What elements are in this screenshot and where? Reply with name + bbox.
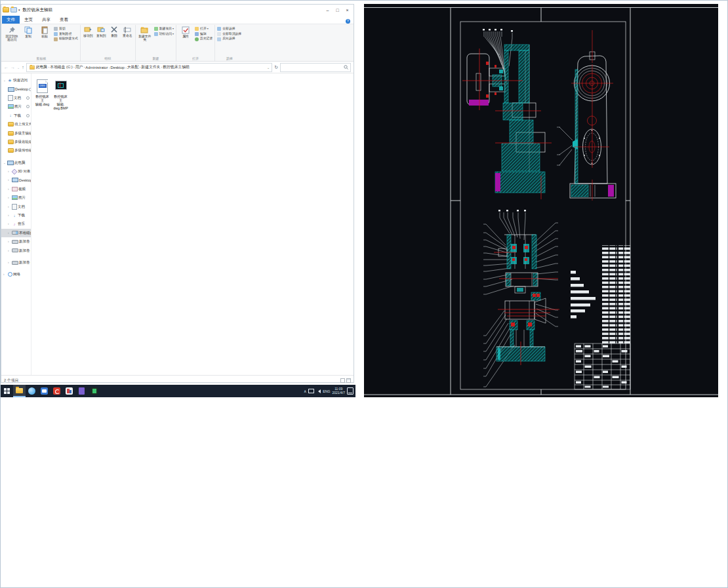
cut-button[interactable]: 剪切 <box>54 27 78 31</box>
display-icon[interactable] <box>308 389 314 393</box>
close-button[interactable]: × <box>342 8 352 12</box>
easy-access-button[interactable]: 轻松访问 <box>154 32 174 36</box>
breadcrumb-segment[interactable]: 新建文件夹 <box>141 64 162 70</box>
tab-home[interactable]: 主页 <box>20 16 37 24</box>
breadcrumb-segment[interactable]: Desktop <box>111 66 127 69</box>
copy-to-button[interactable]: 复制到 <box>96 25 107 37</box>
taskbar-browser[interactable] <box>26 385 38 397</box>
delete-button[interactable]: 删除 <box>109 25 120 37</box>
file-dwg[interactable]: DWG 数控铣床主轴箱.dwg <box>34 77 51 106</box>
sidebar-item-folder[interactable]: 多级传动箱 <box>1 146 31 155</box>
forward-button[interactable]: → <box>10 65 15 69</box>
breadcrumb-segment[interactable]: 用户 <box>75 64 85 70</box>
chevron-right-icon[interactable]: › <box>8 222 11 225</box>
chevron-right-icon[interactable]: › <box>8 187 11 191</box>
invert-selection-button[interactable]: 反向选择 <box>217 37 241 41</box>
sidebar-item-volume-e[interactable]: ›新加卷 (E:) <box>1 246 31 254</box>
open-button[interactable]: 打开 <box>195 27 212 31</box>
sidebar-item-desktop[interactable]: Desktop <box>1 85 31 93</box>
chevron-right-icon[interactable]: › <box>8 196 11 199</box>
up-button[interactable]: ↑ <box>22 65 24 69</box>
taskbar-white-app[interactable] <box>63 385 75 397</box>
sidebar-item-3d-objects[interactable]: ›3D 对象 <box>1 167 31 176</box>
sidebar-item-volume-f[interactable]: ›新加卷 (F:) <box>1 258 31 267</box>
select-none-button[interactable]: 全部取消选择 <box>217 32 241 36</box>
chevron-down-icon[interactable]: ⌄ <box>3 161 7 165</box>
select-all-button[interactable]: 全部选择 <box>217 27 241 31</box>
breadcrumb-segment[interactable]: 大装配 <box>127 64 140 70</box>
action-center-icon[interactable] <box>347 387 354 395</box>
sidebar-item-pictures[interactable]: 图片 <box>1 102 31 111</box>
taskbar-red-app[interactable] <box>51 385 63 397</box>
sidebar-item-downloads[interactable]: ↓下载 <box>1 111 31 120</box>
taskbar-green-app[interactable] <box>88 385 100 397</box>
chevron-right-icon[interactable]: › <box>8 240 11 243</box>
move-to-button[interactable]: 移动到 <box>83 25 94 37</box>
chevron-right-icon[interactable]: › <box>8 231 11 235</box>
chevron-right-icon[interactable]: › <box>8 178 11 182</box>
sidebar-item-downloads-pc[interactable]: ›↓下载 <box>1 211 31 220</box>
history-button[interactable]: 历史记录 <box>195 37 212 41</box>
file-bmp[interactable]: 数控铣床主轴箱.dwg.BMP <box>52 77 69 110</box>
sidebar-item-folder[interactable]: 多级齿轮箱 <box>1 138 31 146</box>
copy-path-button[interactable]: 复制路径 <box>54 32 78 36</box>
qat-dropdown-icon[interactable]: ▾ <box>18 8 20 12</box>
sidebar-item-volume-d[interactable]: ›新加卷 (D:) <box>1 237 31 246</box>
breadcrumb-segment-current[interactable]: 数控铣床主轴箱 <box>163 64 190 70</box>
copy-button[interactable]: 复制 <box>21 25 35 38</box>
chevron-right-icon[interactable]: › <box>8 261 11 264</box>
taskbar-office-app[interactable] <box>38 385 51 397</box>
sidebar-item-desktop-pc[interactable]: ›Desktop <box>1 176 31 184</box>
chevron-right-icon[interactable]: › <box>8 249 11 252</box>
breadcrumb-segment[interactable]: 此电脑 <box>36 64 49 70</box>
breadcrumb[interactable]: 此电脑 本地磁盘 (C:) 用户 Administrator Desktop 大… <box>26 63 272 72</box>
maximize-button[interactable]: □ <box>333 8 342 12</box>
chevron-right-icon[interactable]: › <box>3 273 7 276</box>
sidebar-item-pictures-pc[interactable]: ›图片 <box>1 193 31 202</box>
sidebar-group-network[interactable]: ›网络 <box>1 270 31 279</box>
clock[interactable]: 11:09 2021/4/7 <box>333 387 345 395</box>
new-folder-button[interactable]: 新建文件夹 <box>138 25 152 42</box>
taskbar-file-explorer[interactable] <box>13 385 26 397</box>
sidebar-item-folder[interactable]: 多级主轴箱 <box>1 128 31 137</box>
qat-customize-icon[interactable] <box>10 7 17 12</box>
refresh-icon[interactable]: ↻ <box>274 65 278 70</box>
sidebar-item-music[interactable]: ›♪音乐 <box>1 220 31 228</box>
tray-expand-icon[interactable]: ∧ <box>304 389 306 393</box>
address-dropdown-icon[interactable]: ⌄ <box>267 66 270 69</box>
paste-button[interactable]: 粘贴 <box>37 25 52 38</box>
tab-file[interactable]: 文件 <box>2 16 20 24</box>
back-button[interactable]: ← <box>4 65 9 69</box>
search-input[interactable] <box>280 63 351 72</box>
edit-button[interactable]: 编辑 <box>195 32 212 36</box>
details-view-button[interactable] <box>340 378 345 383</box>
help-icon[interactable]: ? <box>346 19 350 24</box>
new-item-button[interactable]: 新建项目 <box>154 27 174 31</box>
sidebar-item-folder[interactable]: 待上传文件 <box>1 120 31 128</box>
sidebar-item-videos[interactable]: ›视频 <box>1 185 31 193</box>
sidebar-group-this-pc[interactable]: ⌄此电脑 <box>1 159 31 167</box>
paste-shortcut-button[interactable]: 粘贴快捷方式 <box>54 37 78 41</box>
rename-button[interactable]: 重命名 <box>122 25 133 37</box>
language-indicator[interactable]: ENG <box>323 389 330 393</box>
breadcrumb-segment[interactable]: Administrator <box>85 66 110 69</box>
taskbar-purple-app[interactable] <box>75 385 88 397</box>
sidebar-group-quick-access[interactable]: ⌄★快速访问 <box>1 76 31 85</box>
chevron-down-icon[interactable]: ⌄ <box>3 79 7 82</box>
breadcrumb-segment[interactable]: 本地磁盘 (C:) <box>50 64 75 70</box>
thumbnails-view-button[interactable] <box>346 378 351 383</box>
pin-to-quick-access-button[interactable]: 固定到快速访问 <box>5 25 19 42</box>
speaker-icon[interactable] <box>316 389 321 393</box>
tab-view[interactable]: 查看 <box>55 16 73 24</box>
sidebar-item-local-disk-c[interactable]: ›本地磁盘 (C:) <box>1 229 31 237</box>
rename-icon <box>123 26 131 33</box>
recent-locations-icon[interactable]: ⌄ <box>17 66 20 69</box>
sidebar-item-documents[interactable]: 文档 <box>1 94 31 102</box>
sidebar-item-documents-pc[interactable]: ›文档 <box>1 202 31 210</box>
minimize-button[interactable]: – <box>323 8 333 12</box>
tab-share[interactable]: 共享 <box>37 16 55 24</box>
start-button[interactable] <box>1 385 13 397</box>
chevron-right-icon[interactable]: › <box>8 214 11 217</box>
properties-button[interactable]: 属性 <box>178 25 193 38</box>
chevron-right-icon[interactable]: › <box>8 205 11 208</box>
